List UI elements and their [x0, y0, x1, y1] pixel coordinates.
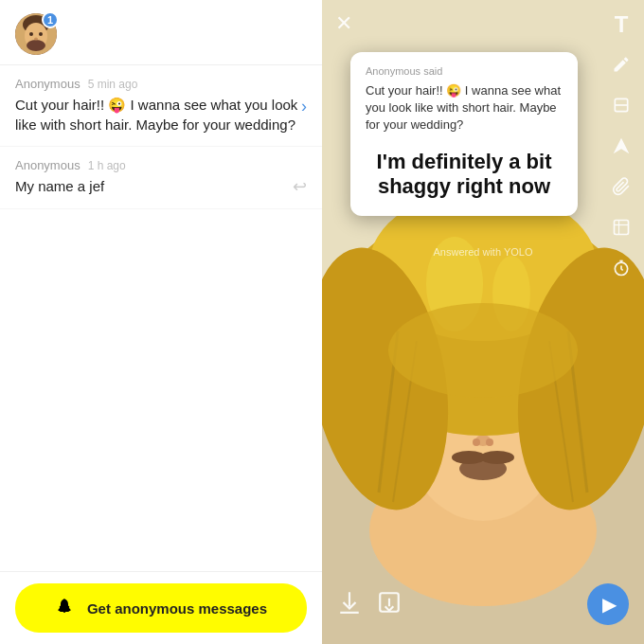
- story-overlay: ✕ T: [322, 0, 644, 644]
- time-ago: 5 min ago: [88, 78, 138, 91]
- sender-name: Anonymous: [15, 77, 80, 91]
- time-ago: 1 h ago: [88, 159, 126, 172]
- share-icon[interactable]: [377, 590, 402, 619]
- text-tool-icon[interactable]: T: [615, 11, 629, 38]
- message-meta: Anonymous 1 h ago: [15, 158, 307, 172]
- scissors-icon[interactable]: [612, 136, 631, 160]
- svg-point-6: [34, 38, 38, 41]
- svg-point-3: [27, 40, 45, 51]
- card-label: Anonymous said: [366, 65, 563, 77]
- chevron-right-icon[interactable]: ›: [301, 97, 307, 116]
- right-panel: ✕ T: [322, 0, 644, 644]
- sender-name: Anonymous: [15, 158, 80, 172]
- message-list: Anonymous 5 min ago Cut your hair!! 😜 I …: [0, 65, 322, 571]
- answered-with-label: Answered with YOLO: [322, 246, 644, 258]
- get-anonymous-messages-button[interactable]: Get anonymous messages: [15, 583, 307, 633]
- list-item[interactable]: Anonymous 1 h ago My name a jef ↩: [0, 147, 322, 209]
- left-footer: Get anonymous messages: [0, 571, 322, 644]
- notification-badge: 1: [42, 11, 59, 28]
- reply-icon: ↩: [293, 176, 307, 197]
- left-panel: 1 Anonymous 5 min ago Cut your hair!! 😜 …: [0, 0, 322, 644]
- sticker-icon[interactable]: [612, 96, 631, 119]
- close-button[interactable]: ✕: [335, 11, 352, 36]
- card-question: Cut your hair!! 😜 I wanna see what you l…: [366, 82, 563, 134]
- paperclip-icon[interactable]: [612, 177, 631, 201]
- download-icon[interactable]: [337, 590, 362, 619]
- avatar-wrapper: 1: [15, 13, 57, 55]
- list-item[interactable]: Anonymous 5 min ago Cut your hair!! 😜 I …: [0, 65, 322, 147]
- card-answer: I'm definitely a bit shaggy right now: [366, 146, 563, 204]
- bottom-left-icons: [337, 590, 402, 619]
- message-meta: Anonymous 5 min ago: [15, 77, 307, 91]
- timer-icon[interactable]: [612, 259, 631, 282]
- svg-point-4: [29, 32, 33, 36]
- message-text: Cut your hair!! 😜 I wanna see what you l…: [15, 95, 301, 134]
- message-text: My name a jef: [15, 176, 104, 196]
- message-row: Cut your hair!! 😜 I wanna see what you l…: [15, 95, 307, 134]
- message-row: My name a jef ↩: [15, 176, 307, 197]
- story-bottom-bar: ▶: [322, 570, 644, 644]
- snapchat-icon: [55, 597, 78, 619]
- pencil-icon[interactable]: [612, 55, 631, 79]
- send-arrow-icon: ▶: [602, 593, 617, 616]
- right-toolbar: T: [612, 11, 631, 282]
- send-button[interactable]: ▶: [587, 583, 629, 625]
- svg-rect-37: [615, 221, 629, 235]
- crop-icon[interactable]: [612, 218, 631, 242]
- left-header: 1: [0, 0, 322, 65]
- cta-label: Get anonymous messages: [87, 600, 267, 617]
- svg-point-5: [39, 32, 43, 36]
- question-card: Anonymous said Cut your hair!! 😜 I wanna…: [350, 52, 578, 216]
